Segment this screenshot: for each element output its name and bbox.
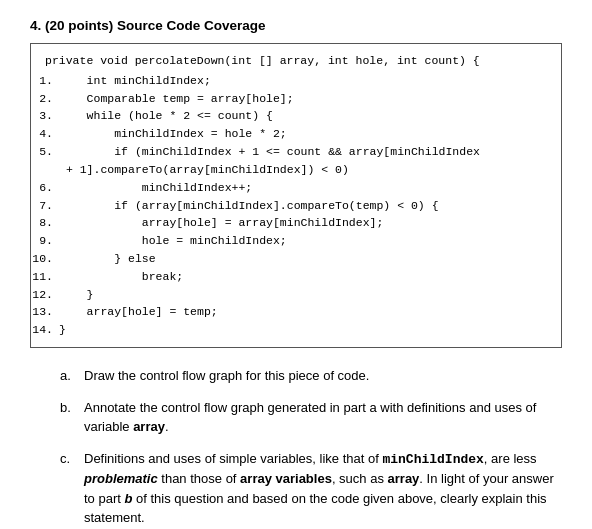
code-line: + 1].compareTo(array[minChildIndex]) < 0… [31,161,551,179]
code-block: private void percolateDown(int [] array,… [30,43,562,348]
part-text-segment: problematic [84,471,158,486]
line-number: 11. [31,268,59,286]
code-line: 3. while (hole * 2 <= count) { [31,107,551,125]
line-number: 5. [31,143,59,161]
part-text-segment: than those of [158,471,240,486]
line-content: minChildIndex = hole * 2; [59,125,551,143]
line-number: 2. [31,90,59,108]
part-text-segment: array [388,471,420,486]
code-line: 13. array[hole] = temp; [31,303,551,321]
code-line: 9. hole = minChildIndex; [31,232,551,250]
line-content: int minChildIndex; [59,72,551,90]
line-number: 6. [31,179,59,197]
line-content: + 1].compareTo(array[minChildIndex]) < 0… [59,161,551,179]
part-text-segment: . [165,419,169,434]
code-header: private void percolateDown(int [] array,… [31,52,551,70]
line-number: 8. [31,214,59,232]
code-line: 14.} [31,321,551,339]
line-number: 1. [31,72,59,90]
code-lines: 1. int minChildIndex;2. Comparable temp … [31,72,551,339]
part-label: c. [60,449,76,469]
line-content: array[hole] = array[minChildIndex]; [59,214,551,232]
line-content: } else [59,250,551,268]
part-text-segment: , are less [484,451,537,466]
part-text: Annotate the control flow graph generate… [84,398,562,437]
question-number: 4. [30,18,41,33]
line-content: if (minChildIndex + 1 <= count && array[… [59,143,551,161]
line-number: 14. [31,321,59,339]
part-text-segment: of this question and based on the code g… [84,491,547,526]
code-line: 10. } else [31,250,551,268]
part-item: c.Definitions and uses of simple variabl… [60,449,562,528]
line-content: } [59,321,551,339]
line-content: hole = minChildIndex; [59,232,551,250]
part-text-segment: Definitions and uses of simple variables… [84,451,382,466]
code-line: 2. Comparable temp = array[hole]; [31,90,551,108]
code-line: 5. if (minChildIndex + 1 <= count && arr… [31,143,551,161]
line-number: 3. [31,107,59,125]
line-number: 9. [31,232,59,250]
line-content: minChildIndex++; [59,179,551,197]
code-header-text: private void percolateDown(int [] array,… [45,54,480,67]
code-line: 12. } [31,286,551,304]
part-text-segment: array [133,419,165,434]
line-content: while (hole * 2 <= count) { [59,107,551,125]
part-item: b.Annotate the control flow graph genera… [60,398,562,437]
line-number [31,161,59,179]
code-line: 7. if (array[minChildIndex].compareTo(te… [31,197,551,215]
part-text-segment: minChildIndex [382,452,483,467]
question-header: 4. (20 points) Source Code Coverage [30,18,562,33]
part-text-segment: , such as [332,471,388,486]
line-content: if (array[minChildIndex].compareTo(temp)… [59,197,551,215]
line-content: array[hole] = temp; [59,303,551,321]
parts-list: a.Draw the control flow graph for this p… [30,366,562,528]
line-number: 12. [31,286,59,304]
part-label: a. [60,366,76,386]
line-content: break; [59,268,551,286]
line-content: Comparable temp = array[hole]; [59,90,551,108]
part-text: Draw the control flow graph for this pie… [84,366,562,386]
code-line: 4. minChildIndex = hole * 2; [31,125,551,143]
code-line: 1. int minChildIndex; [31,72,551,90]
line-number: 4. [31,125,59,143]
line-number: 10. [31,250,59,268]
line-content: } [59,286,551,304]
code-line: 8. array[hole] = array[minChildIndex]; [31,214,551,232]
question-points: (20 points) [45,18,113,33]
question-title: Source Code Coverage [117,18,266,33]
part-item: a.Draw the control flow graph for this p… [60,366,562,386]
part-text: Definitions and uses of simple variables… [84,449,562,528]
code-line: 11. break; [31,268,551,286]
line-number: 7. [31,197,59,215]
line-number: 13. [31,303,59,321]
part-label: b. [60,398,76,418]
part-text-segment: array variables [240,471,332,486]
code-line: 6. minChildIndex++; [31,179,551,197]
